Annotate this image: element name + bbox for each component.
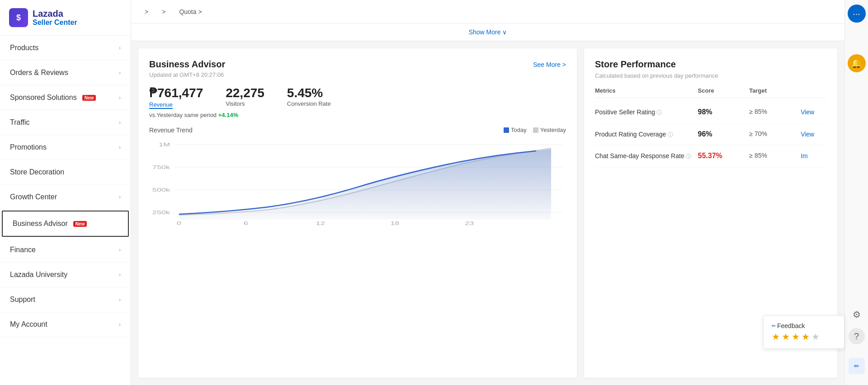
sidebar-item-label-orders-reviews: Orders & Reviews <box>10 69 68 77</box>
sidebar-item-label-store-decoration: Store Decoration <box>10 168 64 176</box>
chevron-icon-growth-center: › <box>119 194 121 200</box>
sp-score-1: 96% <box>698 130 750 138</box>
sp-action-link-0[interactable]: View <box>801 108 814 116</box>
svg-text:0: 0 <box>177 221 181 226</box>
right-sidebar: ··· 🔔 ⚙ ? ✏ ✏ Feedback ★ ★ ★ ★ ★ <box>844 0 868 385</box>
star-4[interactable]: ★ <box>802 331 810 342</box>
col-score: Score <box>698 87 750 94</box>
svg-text:1M: 1M <box>159 142 170 147</box>
sidebar-item-support[interactable]: Support› <box>0 287 131 312</box>
logo-icon: $ <box>9 8 28 27</box>
sp-score-2: 55.37% <box>698 152 750 160</box>
chevron-icon-my-account: › <box>119 321 121 328</box>
chat-button[interactable]: ··· <box>848 5 866 23</box>
sidebar-item-my-account[interactable]: My Account› <box>0 312 131 337</box>
topbar-item-1[interactable]: > <box>145 8 148 15</box>
sp-action-link-1[interactable]: View <box>801 131 814 138</box>
sidebar-item-orders-reviews[interactable]: Orders & Reviews› <box>0 61 131 85</box>
content-area: Business Advisor See More > Updated at G… <box>131 41 844 385</box>
revenue-chart: 1M 750k 500k 250k 0 6 12 18 <box>149 138 566 229</box>
badge-new-business-advisor: New <box>73 221 87 227</box>
business-advisor-card: Business Advisor See More > Updated at G… <box>138 48 577 378</box>
sp-target-2: ≥ 85% <box>749 152 801 159</box>
sidebar-item-growth-center[interactable]: Growth Center› <box>0 185 131 210</box>
conversion-label: Conversion Rate <box>287 100 331 107</box>
sp-action-1[interactable]: View <box>801 130 826 138</box>
star-2[interactable]: ★ <box>782 331 790 342</box>
star-3[interactable]: ★ <box>792 331 800 342</box>
sidebar-item-label-support: Support <box>10 296 35 304</box>
visitors-metric: 22,275 Visitors <box>226 86 264 109</box>
info-icon-0[interactable]: ⓘ <box>655 109 662 116</box>
see-more-link[interactable]: See More > <box>533 61 566 68</box>
sp-target-0: ≥ 85% <box>749 108 801 115</box>
legend-dot-yesterday <box>533 127 538 133</box>
revenue-value: ₱761,477 <box>149 86 203 100</box>
info-icon-1[interactable]: ⓘ <box>666 131 673 138</box>
chevron-icon-orders-reviews: › <box>119 70 121 76</box>
sp-action-link-2[interactable]: Im <box>801 152 808 160</box>
sidebar-item-label-promotions: Promotions <box>10 143 47 151</box>
visitors-label: Visitors <box>226 100 264 107</box>
sp-table-header: Metrics Score Target <box>595 87 826 98</box>
svg-text:250k: 250k <box>152 210 170 215</box>
chart-legend: Today Yesterday <box>504 127 566 133</box>
sidebar-item-label-traffic: Traffic <box>10 118 30 127</box>
logo-sub: Seller Center <box>33 19 77 27</box>
sidebar-item-business-advisor[interactable]: Business AdvisorNew <box>2 211 129 237</box>
sidebar-item-products[interactable]: Products› <box>0 36 131 61</box>
notification-bell-button[interactable]: 🔔 <box>848 54 866 72</box>
main-content: > > Quota > Show More ∨ Business Advisor… <box>131 0 844 385</box>
sidebar-item-promotions[interactable]: Promotions› <box>0 135 131 160</box>
quota-link[interactable]: Quota > <box>179 8 202 15</box>
visitors-value: 22,275 <box>226 86 264 100</box>
info-icon-2[interactable]: ⓘ <box>684 153 691 160</box>
vs-value: +4.14% <box>218 112 238 118</box>
sidebar-item-label-finance: Finance <box>10 246 36 254</box>
sidebar-item-finance[interactable]: Finance› <box>0 238 131 263</box>
sidebar-item-label-sponsored-solutions: Sponsored Solutions <box>10 94 77 102</box>
topbar-item-2[interactable]: > <box>162 8 165 15</box>
svg-text:6: 6 <box>244 221 248 226</box>
settings-gear-button[interactable]: ⚙ <box>848 305 866 324</box>
sp-action-0[interactable]: View <box>801 108 826 116</box>
feedback-edit-icon: ✏ <box>772 323 776 329</box>
logo-name: Lazada <box>33 9 77 19</box>
svg-text:18: 18 <box>390 221 399 226</box>
show-more-button[interactable]: Show More ∨ <box>469 28 507 36</box>
top-bar-items: > > Quota > <box>145 8 202 15</box>
sidebar-item-traffic[interactable]: Traffic› <box>0 110 131 135</box>
star-rating-row[interactable]: ★ ★ ★ ★ ★ <box>772 331 836 342</box>
chart-section: Revenue Trend Today Yesterday <box>149 127 566 229</box>
col-target: Target <box>749 87 801 94</box>
sidebar-item-lazada-university[interactable]: Lazada University› <box>0 263 131 287</box>
metrics-row: ₱761,477 Revenue 22,275 Visitors 5.45% C… <box>149 86 566 109</box>
sp-rows: Positive Seller Rating ⓘ98%≥ 85%ViewProd… <box>595 102 826 168</box>
help-button[interactable]: ? <box>849 328 865 344</box>
chevron-icon-finance: › <box>119 247 121 253</box>
badge-new-sponsored-solutions: New <box>82 95 96 101</box>
chart-title: Revenue Trend <box>149 127 193 134</box>
svg-text:750k: 750k <box>152 164 170 170</box>
star-5[interactable]: ★ <box>811 331 820 342</box>
sp-action-2[interactable]: Im <box>801 152 826 160</box>
revenue-label[interactable]: Revenue <box>149 101 173 109</box>
edit-icon-button[interactable]: ✏ <box>849 358 865 374</box>
svg-text:23: 23 <box>465 221 474 226</box>
sidebar-logo: $ Lazada Seller Center <box>0 0 131 36</box>
sp-row-1: Product Rating Coverage ⓘ96%≥ 70%View <box>595 124 826 146</box>
sp-score-0: 98% <box>698 108 750 116</box>
sidebar-item-store-decoration[interactable]: Store Decoration <box>0 160 131 185</box>
feedback-panel: ✏ Feedback ★ ★ ★ ★ ★ <box>763 315 844 349</box>
svg-text:12: 12 <box>316 221 325 226</box>
svg-text:500k: 500k <box>152 187 170 192</box>
sidebar-nav: Products›Orders & Reviews›Sponsored Solu… <box>0 36 131 385</box>
updated-text: Updated at GMT+8 20:27:06 <box>149 71 566 78</box>
sidebar-item-label-business-advisor: Business Advisor <box>13 220 68 228</box>
sidebar: $ Lazada Seller Center Products›Orders &… <box>0 0 131 385</box>
star-1[interactable]: ★ <box>772 331 780 342</box>
sidebar-item-sponsored-solutions[interactable]: Sponsored SolutionsNew› <box>0 85 131 110</box>
sp-target-1: ≥ 70% <box>749 130 801 137</box>
show-more-bar[interactable]: Show More ∨ <box>131 23 844 41</box>
top-bar: > > Quota > <box>131 0 844 23</box>
